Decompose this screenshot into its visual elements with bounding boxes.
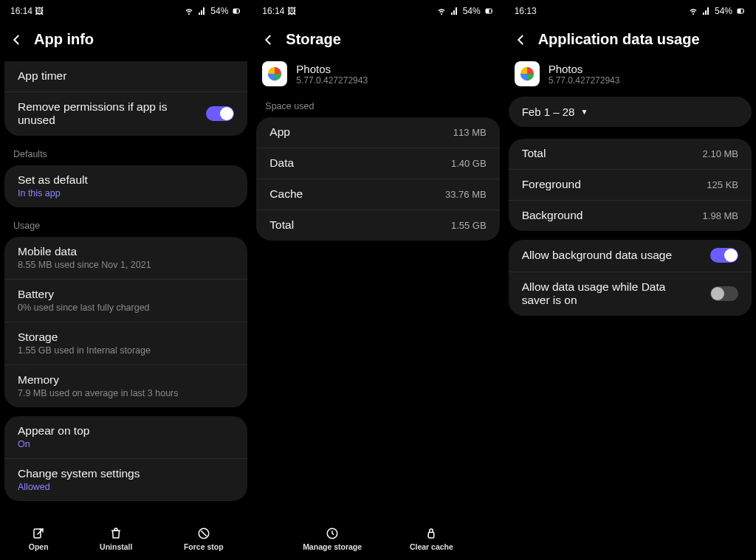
battery-icon	[735, 7, 746, 15]
row-memory[interactable]: Memory 7.9 MB used on average in last 3 …	[4, 365, 247, 407]
screen-data-usage: 16:13 54% Application data usage	[504, 0, 756, 560]
trash-icon	[109, 527, 123, 540]
clock: 16:14 🖼	[262, 6, 295, 16]
clock: 16:14 🖼	[10, 6, 44, 16]
row-allow-bg-data[interactable]: Allow background data usage	[509, 240, 752, 272]
clear-cache-icon	[425, 527, 438, 540]
battery-text: 54%	[210, 6, 228, 16]
row-battery[interactable]: Battery 0% used since last fully charged	[4, 280, 247, 322]
svg-rect-1	[233, 9, 237, 13]
screen-app-info: 16:14 🖼 54% App info App timer	[0, 0, 252, 560]
page-title: Storage	[286, 31, 340, 48]
row-change-system-settings[interactable]: Change system settings Allowed	[4, 459, 247, 501]
card-usage: Mobile data 8.55 MB used since Nov 1, 20…	[4, 237, 247, 407]
app-name: Photos	[549, 63, 620, 75]
status-bar: 16:14 🖼 54%	[252, 0, 504, 22]
back-icon[interactable]	[262, 33, 275, 46]
cell-signal-icon	[450, 7, 460, 15]
card-advanced: Appear on top On Change system settings …	[4, 416, 247, 501]
row-allow-data-saver[interactable]: Allow data usage while Data saver is on	[509, 272, 752, 316]
row-storage[interactable]: Storage 1.55 GB used in Internal storage	[4, 322, 247, 365]
stop-icon	[197, 527, 210, 540]
svg-line-5	[201, 530, 207, 536]
date-range-picker[interactable]: Feb 1 – 28 ▼	[509, 97, 752, 127]
open-button[interactable]: Open	[29, 527, 49, 551]
battery-text: 54%	[715, 6, 732, 16]
app-header: Photos 5.77.0.427272943	[504, 61, 756, 97]
row-appear-on-top[interactable]: Appear on top On	[4, 416, 247, 459]
storage-icon	[326, 527, 339, 540]
app-version: 5.77.0.427272943	[549, 75, 620, 86]
header: Storage	[252, 22, 504, 61]
page-title: Application data usage	[538, 31, 700, 48]
card-usage-breakdown: Total 2.10 MB Foreground 125 KB Backgrou…	[509, 139, 752, 231]
row-total: Total 2.10 MB	[509, 139, 752, 170]
app-icon	[515, 61, 540, 86]
back-icon[interactable]	[515, 33, 528, 46]
app-name: Photos	[296, 63, 368, 75]
status-bar: 16:14 🖼 54%	[0, 0, 252, 22]
manage-storage-button[interactable]: Manage storage	[303, 527, 362, 551]
row-mobile-data[interactable]: Mobile data 8.55 MB used since Nov 1, 20…	[4, 237, 247, 280]
row-cache-size: Cache 33.76 MB	[256, 179, 499, 210]
card-space-used: App 113 MB Data 1.40 GB Cache 33.76 MB T…	[256, 117, 499, 241]
image-indicator-icon: 🖼	[287, 6, 296, 16]
app-version: 5.77.0.427272943	[296, 75, 368, 86]
page-title: App info	[34, 31, 94, 48]
header: Application data usage	[504, 22, 756, 61]
header: App info	[0, 22, 252, 61]
clear-cache-button[interactable]: Clear cache	[410, 527, 453, 551]
toggle-allow-bg-data[interactable]	[710, 248, 738, 263]
uninstall-button[interactable]: Uninstall	[100, 527, 132, 551]
app-icon	[262, 61, 287, 86]
row-background: Background 1.98 MB	[509, 201, 752, 231]
bottom-bar: Open Uninstall Force stop	[0, 519, 252, 560]
row-app-size: App 113 MB	[256, 117, 499, 148]
battery-icon	[484, 7, 494, 15]
open-icon	[32, 527, 45, 540]
row-remove-permissions[interactable]: Remove permissions if app is unused	[4, 92, 247, 136]
section-space-used: Space used	[252, 97, 504, 117]
svg-rect-10	[429, 532, 435, 538]
row-total-size: Total 1.55 GB	[256, 210, 499, 241]
svg-rect-8	[492, 10, 492, 13]
back-icon[interactable]	[10, 33, 24, 46]
svg-rect-12	[738, 9, 741, 13]
wifi-icon	[436, 7, 447, 15]
battery-icon	[231, 7, 241, 15]
card-data-settings: Allow background data usage Allow data u…	[509, 240, 752, 316]
toggle-allow-data-saver[interactable]	[710, 286, 738, 301]
svg-rect-13	[743, 10, 744, 13]
row-data-size: Data 1.40 GB	[256, 148, 499, 179]
svg-rect-3	[34, 529, 41, 538]
clock: 16:13	[515, 6, 537, 16]
image-indicator-icon: 🖼	[35, 6, 44, 16]
battery-text: 54%	[463, 6, 481, 16]
row-foreground: Foreground 125 KB	[509, 170, 752, 201]
toggle-remove-permissions[interactable]	[206, 106, 234, 121]
status-bar: 16:13 54%	[504, 0, 756, 22]
screen-storage: 16:14 🖼 54% Storage	[252, 0, 504, 560]
cell-signal-icon	[701, 7, 712, 15]
svg-rect-7	[486, 9, 489, 13]
force-stop-button[interactable]: Force stop	[184, 527, 224, 551]
bottom-bar: Manage storage Clear cache	[252, 519, 504, 560]
svg-rect-2	[239, 10, 240, 13]
section-usage: Usage	[0, 216, 252, 237]
card-privacy: App timer Remove permissions if app is u…	[4, 61, 247, 136]
wifi-icon	[688, 7, 698, 15]
app-header: Photos 5.77.0.427272943	[252, 61, 504, 97]
row-set-default[interactable]: Set as default In this app	[4, 165, 247, 207]
card-defaults: Set as default In this app	[4, 165, 247, 207]
cell-signal-icon	[197, 7, 207, 15]
row-app-timer[interactable]: App timer	[4, 61, 247, 92]
chevron-down-icon: ▼	[580, 108, 588, 116]
section-defaults: Defaults	[0, 145, 252, 165]
wifi-icon	[184, 7, 194, 15]
